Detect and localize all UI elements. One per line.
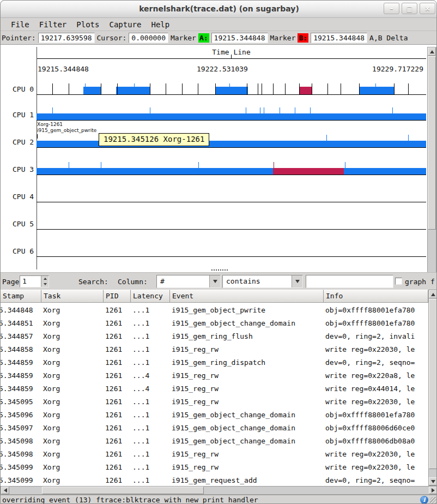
scroll-right-icon[interactable]	[429, 487, 437, 494]
cell-stamp: 5.344851	[1, 317, 40, 330]
table-vertical-scrollbar[interactable]	[428, 290, 437, 486]
cell-pid: 1261	[102, 409, 129, 422]
chevron-down-icon[interactable]	[209, 275, 220, 287]
menu-item-capture[interactable]: Capture	[104, 19, 146, 30]
cpu-label: CPU 6	[13, 247, 34, 255]
menu-item-filter[interactable]: Filter	[34, 19, 72, 30]
cpu-row-3: CPU 3	[1, 153, 426, 175]
resize-grip[interactable]	[430, 497, 437, 504]
table-horizontal-scrollbar[interactable]	[1, 486, 437, 495]
search-input[interactable]	[306, 275, 393, 288]
maximize-button[interactable]: □	[402, 3, 417, 14]
minimize-button[interactable]: –	[384, 3, 399, 14]
cell-task: Xorg	[40, 474, 102, 486]
scroll-up-icon[interactable]	[428, 47, 436, 56]
scroll-down-icon[interactable]	[429, 477, 437, 485]
table-hscrollbar-thumb[interactable]	[42, 487, 204, 494]
table-row[interactable]: 5.344859Xorg1261...1i915_gem_ring_dispat…	[1, 356, 428, 369]
cell-latency: ...1	[129, 304, 168, 317]
cpu-track[interactable]	[37, 235, 426, 257]
table-row[interactable]: 5.345099Xorg1261...1i915_reg_rwwrite reg…	[1, 461, 428, 474]
menu-item-file[interactable]: File	[6, 19, 34, 30]
cell-stamp: 5.345095	[1, 395, 40, 409]
spin-up-icon[interactable]	[41, 276, 49, 281]
column-header-pid[interactable]: PID	[104, 290, 131, 303]
timeline-event-tick	[215, 83, 216, 94]
cell-stamp: 5.344859	[1, 356, 40, 369]
search-label: Search:	[78, 278, 108, 286]
cell-pid: 1261	[102, 382, 129, 395]
table-row[interactable]: 5.344857Xorg1261...1i915_gem_ring_flushd…	[1, 330, 428, 343]
timeline-event-tick	[198, 162, 199, 168]
graph-scrollbar-thumb[interactable]	[428, 56, 436, 230]
cell-latency: ...1	[129, 435, 168, 448]
marker-a-label: Marker	[171, 34, 196, 42]
timeline-event-tick	[198, 83, 198, 94]
scroll-up-icon[interactable]	[429, 290, 437, 298]
table-row[interactable]: 5.345098Xorg1261...1i915_gem_object_chan…	[1, 435, 428, 448]
cell-info: write reg=0x22030, le	[322, 461, 427, 474]
column-header-event[interactable]: Event	[170, 290, 324, 303]
graph-follows-checkbox[interactable]	[395, 278, 402, 285]
cell-task: Xorg	[40, 369, 102, 382]
timeline-event-tick	[101, 83, 101, 94]
timeline-event-tick	[52, 83, 53, 94]
cell-task: Xorg	[40, 382, 102, 395]
cell-pid: 1261	[102, 474, 129, 486]
table-scrollbar-thumb[interactable]	[429, 299, 437, 469]
table-row[interactable]: 5.345097Xorg1261...1i915_gem_object_chan…	[1, 422, 428, 435]
column-header-info[interactable]: Info	[324, 290, 428, 303]
timeline-event-tick	[408, 135, 409, 141]
timeline-event-tick	[310, 107, 311, 113]
scroll-left-icon[interactable]	[1, 487, 9, 494]
timeline-event-tick	[247, 83, 247, 94]
match-select[interactable]: contains	[222, 275, 303, 288]
cpu-row-0: CPU 0	[1, 73, 426, 95]
column-select[interactable]: #	[156, 275, 221, 288]
cell-task: Xorg	[40, 448, 102, 461]
timeline-event-tick	[408, 83, 409, 94]
cell-info: obj=0xffff88001efa780	[322, 409, 427, 422]
cell-latency: ...1	[129, 448, 168, 461]
cpu-track[interactable]	[37, 180, 426, 202]
chevron-down-icon[interactable]	[292, 275, 302, 287]
cell-task: Xorg	[40, 304, 102, 317]
column-header-stamp[interactable]: Stamp	[1, 290, 41, 303]
marker-b-chip[interactable]: B:	[298, 33, 308, 43]
cell-task: Xorg	[40, 409, 102, 422]
cpu-track[interactable]	[37, 98, 426, 121]
table-row[interactable]: 5.344848Xorg1261...1i915_gem_object_pwri…	[1, 304, 428, 317]
timeline-event-tick	[69, 83, 69, 94]
axis-label-middle: 19222.531039	[197, 65, 248, 73]
table-row[interactable]: 5.344851Xorg1261...1i915_gem_object_chan…	[1, 317, 428, 330]
axis-label-end: 19229.717229	[372, 65, 423, 73]
column-header-task[interactable]: Task	[41, 290, 104, 303]
pane-splitter-handle[interactable]	[211, 269, 228, 272]
cell-pid: 1261	[102, 422, 129, 435]
close-button[interactable]: ×	[420, 3, 435, 14]
cell-latency: ...1	[129, 330, 168, 343]
cpu-track[interactable]	[37, 153, 426, 175]
menu-item-help[interactable]: Help	[146, 19, 174, 30]
table-row[interactable]: 5.345098Xorg1261...1i915_reg_rwwrite reg…	[1, 448, 428, 461]
cell-pid: 1261	[102, 330, 129, 343]
table-row[interactable]: 5.344858Xorg1261...1i915_reg_rwwrite reg…	[1, 343, 428, 356]
cell-stamp: 5.345098	[1, 435, 40, 448]
table-row[interactable]: 5.344859Xorg1261...4i915_reg_rwwrite reg…	[1, 382, 428, 395]
cpu-track[interactable]	[37, 207, 426, 230]
menu-item-plots[interactable]: Plots	[71, 19, 104, 30]
cursor-value: 0.000000	[129, 33, 168, 43]
spin-down-icon[interactable]	[41, 281, 49, 287]
title-bar[interactable]: kernelshark(trace.dat) (on sugarbay) – □…	[1, 1, 437, 18]
cpu-track[interactable]	[37, 73, 426, 95]
column-header-latency[interactable]: Latency	[131, 290, 170, 303]
table-row[interactable]: 5.344859Xorg1261...4i915_reg_rwwrite reg…	[1, 369, 428, 382]
page-spinner[interactable]: 1	[20, 275, 49, 287]
timeline-event-tick	[150, 83, 150, 94]
ab-delta-label: A,B Delta	[369, 34, 408, 42]
table-row[interactable]: 5.345095Xorg1261...1i915_reg_rwwrite reg…	[1, 395, 428, 409]
table-row[interactable]: 5.345099Xorg1261...1i915_gem_request_add…	[1, 474, 428, 486]
marker-a-chip[interactable]: A:	[198, 33, 209, 43]
table-row[interactable]: 5.345096Xorg1261...1i915_gem_object_chan…	[1, 409, 428, 422]
cell-event: i915_gem_ring_dispatch	[168, 356, 322, 369]
